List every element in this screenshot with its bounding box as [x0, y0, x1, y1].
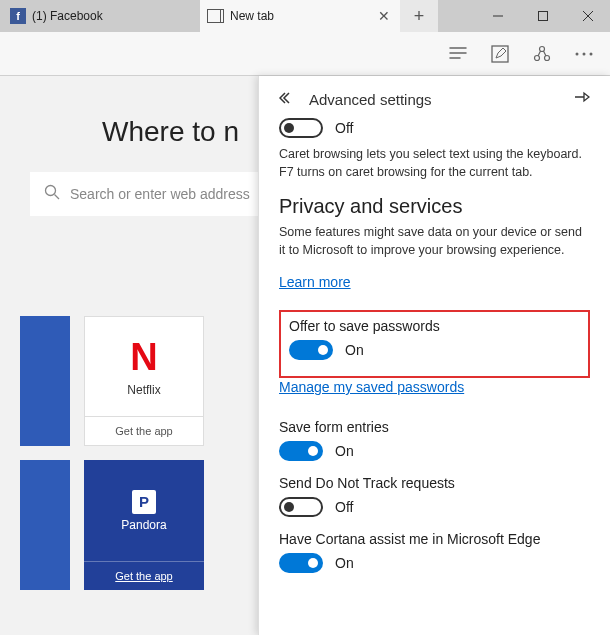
search-icon	[44, 184, 60, 204]
tile-footer[interactable]: Get the app	[85, 416, 203, 445]
tab-facebook[interactable]: f (1) Facebook	[0, 0, 200, 32]
note-icon[interactable]	[490, 44, 510, 64]
toggle-state: On	[335, 555, 354, 571]
toggle-state: On	[345, 342, 364, 358]
panel-title: Advanced settings	[309, 91, 560, 108]
svg-point-9	[583, 52, 586, 55]
tab-label: New tab	[230, 9, 274, 23]
svg-rect-1	[538, 12, 547, 21]
search-placeholder: Search or enter web address	[70, 186, 250, 202]
pin-icon[interactable]	[574, 90, 590, 108]
tile-footer[interactable]: Get the app	[84, 561, 204, 590]
svg-point-6	[535, 55, 540, 60]
toggle-state: Off	[335, 120, 353, 136]
advanced-settings-panel: Advanced settings Off Caret browsing let…	[258, 76, 610, 635]
tab-newtab[interactable]: New tab ✕	[200, 0, 400, 32]
svg-point-5	[540, 46, 545, 51]
svg-rect-4	[492, 46, 508, 62]
highlighted-setting: Offer to save passwords On	[279, 310, 590, 378]
toggle-state: Off	[335, 499, 353, 515]
tile-pandora[interactable]: P Pandora Get the app	[84, 460, 204, 590]
svg-point-8	[576, 52, 579, 55]
toggle-state: On	[335, 443, 354, 459]
tile-stripe[interactable]	[20, 460, 70, 590]
maximize-button[interactable]	[520, 0, 565, 32]
toolbar	[0, 32, 610, 76]
more-icon[interactable]	[574, 44, 594, 64]
privacy-description: Some features might save data on your de…	[279, 224, 590, 259]
new-tab-button[interactable]: +	[400, 0, 438, 32]
form-entries-label: Save form entries	[279, 419, 590, 435]
learn-more-link[interactable]: Learn more	[279, 274, 351, 290]
tile-netflix[interactable]: N Netflix Get the app	[84, 316, 204, 446]
tile-title: Pandora	[121, 518, 166, 532]
manage-passwords-link[interactable]: Manage my saved passwords	[279, 379, 464, 395]
svg-point-11	[46, 186, 56, 196]
tile-title: Netflix	[127, 383, 160, 397]
form-entries-toggle[interactable]	[279, 441, 323, 461]
dnt-label: Send Do Not Track requests	[279, 475, 590, 491]
svg-line-12	[55, 195, 60, 200]
reading-view-icon[interactable]	[448, 44, 468, 64]
caret-browsing-description: Caret browsing lets you select text usin…	[279, 146, 590, 181]
pandora-logo-icon: P	[132, 490, 156, 514]
cortana-label: Have Cortana assist me in Microsoft Edge	[279, 531, 590, 547]
privacy-heading: Privacy and services	[279, 195, 590, 218]
caret-browsing-toggle-row: Off	[279, 118, 590, 138]
title-bar: f (1) Facebook New tab ✕ +	[0, 0, 610, 32]
save-passwords-toggle[interactable]	[289, 340, 333, 360]
page-icon	[210, 9, 224, 23]
tile-stripe[interactable]	[20, 316, 70, 446]
close-window-button[interactable]	[565, 0, 610, 32]
minimize-button[interactable]	[475, 0, 520, 32]
facebook-icon: f	[10, 8, 26, 24]
svg-point-7	[545, 55, 550, 60]
netflix-logo-icon: N	[130, 336, 157, 379]
save-passwords-label: Offer to save passwords	[289, 318, 578, 334]
back-icon[interactable]	[279, 91, 295, 107]
tab-label: (1) Facebook	[32, 9, 103, 23]
dnt-toggle[interactable]	[279, 497, 323, 517]
panel-header: Advanced settings	[279, 90, 590, 108]
cortana-toggle[interactable]	[279, 553, 323, 573]
caret-browsing-toggle[interactable]	[279, 118, 323, 138]
svg-point-10	[590, 52, 593, 55]
window-controls	[475, 0, 610, 32]
share-icon[interactable]	[532, 44, 552, 64]
close-tab-icon[interactable]: ✕	[378, 8, 390, 24]
